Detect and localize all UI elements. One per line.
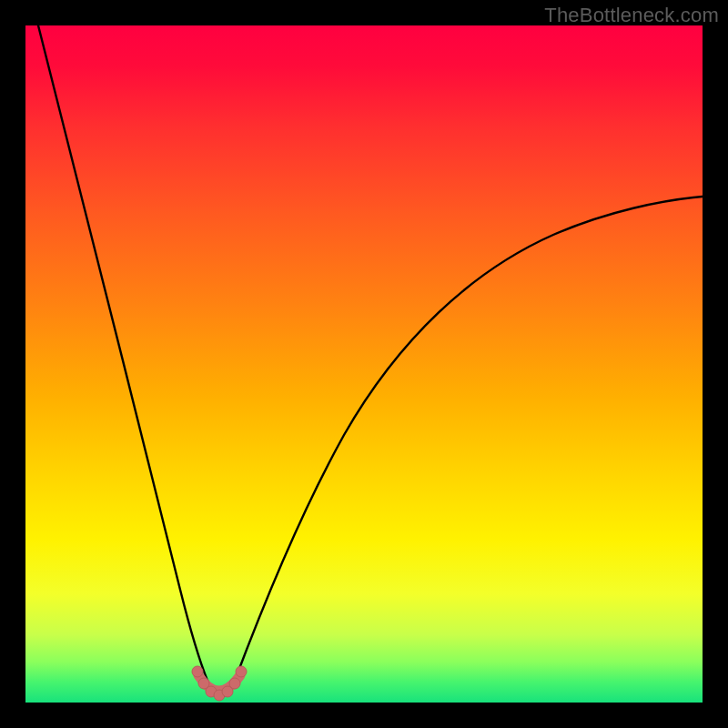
- svg-point-5: [229, 678, 240, 689]
- valley-marker-dots: [192, 666, 247, 701]
- svg-point-6: [236, 666, 247, 677]
- curve-right-branch: [235, 197, 703, 681]
- bottleneck-curve: [25, 25, 703, 703]
- chart-stage: TheBottleneck.com: [0, 0, 728, 728]
- svg-point-0: [192, 666, 203, 677]
- curve-left-branch: [38, 25, 207, 681]
- watermark-text: TheBottleneck.com: [544, 4, 719, 27]
- plot-area: [25, 25, 703, 703]
